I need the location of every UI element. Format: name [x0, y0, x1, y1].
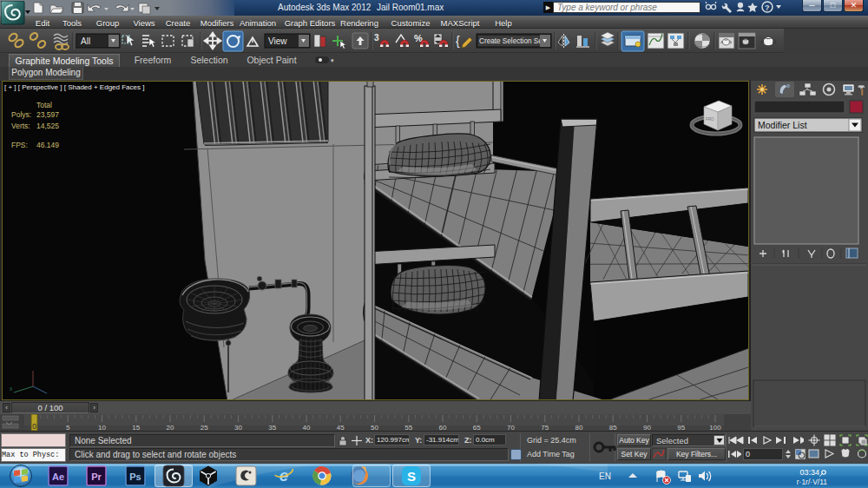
- svg-text:Ae: Ae: [52, 472, 64, 482]
- svg-text:r·1r/·V/11: r·1r/·V/11: [797, 478, 828, 486]
- svg-text:5: 5: [66, 424, 70, 431]
- svg-text:75: 75: [541, 424, 549, 431]
- svg-text:15: 15: [132, 424, 140, 431]
- svg-text:FRO: FRO: [706, 117, 714, 122]
- svg-text:10: 10: [98, 424, 106, 431]
- svg-text:EN: EN: [599, 472, 611, 481]
- svg-text:0: 0: [32, 422, 36, 431]
- svg-text:20: 20: [167, 424, 174, 431]
- svg-text:S: S: [407, 469, 416, 484]
- svg-text:Total: Total: [36, 101, 52, 109]
- svg-text:?: ?: [765, 3, 770, 12]
- svg-text:85: 85: [609, 424, 617, 431]
- svg-text:All: All: [81, 36, 90, 46]
- svg-text:60: 60: [439, 424, 447, 431]
- svg-text:45: 45: [337, 424, 345, 431]
- svg-text:65: 65: [473, 424, 481, 431]
- svg-text:25: 25: [201, 424, 208, 431]
- svg-text:100: 100: [709, 424, 721, 431]
- svg-text:Create Selection Se: Create Selection Se: [479, 37, 542, 45]
- svg-text:35: 35: [268, 424, 276, 431]
- svg-text:90: 90: [643, 424, 651, 431]
- svg-text:Polys:: Polys:: [11, 110, 31, 119]
- svg-text:Pr: Pr: [91, 472, 102, 482]
- svg-text:50: 50: [371, 424, 378, 431]
- svg-text:Modifier List: Modifier List: [758, 120, 807, 130]
- svg-text:FPS:: FPS:: [11, 141, 28, 149]
- svg-text:View: View: [268, 36, 287, 46]
- svg-text:14,525: 14,525: [36, 122, 59, 130]
- svg-text:70: 70: [507, 424, 515, 431]
- svg-text:40: 40: [303, 424, 311, 431]
- svg-text:23,597: 23,597: [36, 110, 59, 119]
- svg-text:03:34: 03:34: [799, 468, 819, 477]
- svg-text:80: 80: [575, 424, 583, 431]
- svg-text:3: 3: [374, 33, 379, 43]
- svg-text:95: 95: [677, 424, 685, 431]
- svg-text:55: 55: [404, 424, 412, 431]
- svg-text:{: {: [456, 34, 460, 48]
- svg-text:[ + ] [ Perspective ] [ Shad: [ + ] [ Perspective ] [ Shaded + Edged F…: [4, 83, 144, 91]
- svg-text:Ps: Ps: [129, 472, 141, 482]
- svg-text:46.149: 46.149: [36, 141, 59, 149]
- svg-text:30: 30: [234, 424, 242, 431]
- svg-text:Verts:: Verts:: [11, 122, 30, 130]
